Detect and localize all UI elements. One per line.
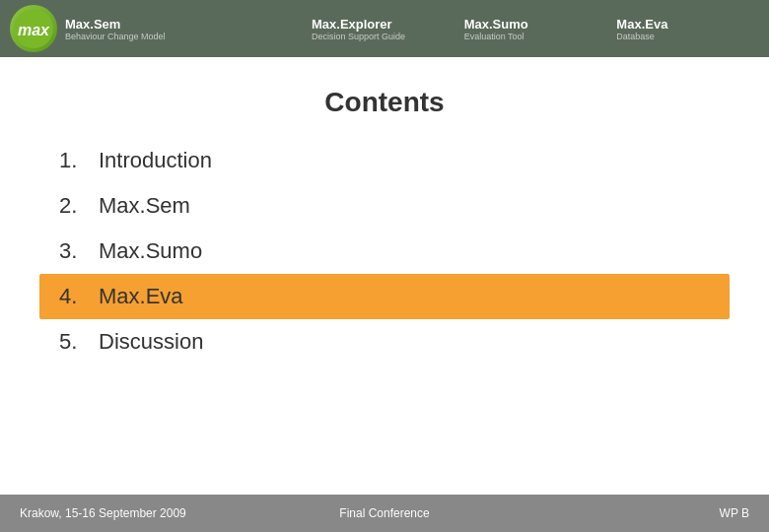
main-content: Contents 1. Introduction 2. Max.Sem 3. M…	[0, 57, 769, 384]
max-logo-icon: max	[12, 7, 55, 50]
footer-location: Krakow, 15-16 September 2009	[20, 506, 263, 520]
svg-text:max: max	[18, 22, 50, 38]
nav-item-eva[interactable]: Max.Eva Database	[606, 17, 759, 41]
toc-item-4[interactable]: 4. Max.Eva	[39, 274, 730, 319]
toc-item-2[interactable]: 2. Max.Sem	[39, 183, 730, 229]
toc-item-3[interactable]: 3. Max.Sumo	[39, 229, 730, 274]
toc-label-1: Introduction	[99, 148, 212, 173]
contents-title: Contents	[39, 87, 730, 118]
nav-title-explorer: Max.Explorer	[312, 17, 445, 32]
footer-event: Final Conference	[263, 506, 507, 520]
toc-list: 1. Introduction 2. Max.Sem 3. Max.Sumo 4…	[39, 138, 730, 365]
toc-number-2: 2.	[59, 193, 99, 219]
header: max Max.Sem Behaviour Change Model Max.E…	[0, 0, 769, 57]
nav-subtitle-eva: Database	[616, 32, 749, 41]
nav-title-sumo: Max.Sumo	[464, 17, 597, 32]
toc-number-1: 1.	[59, 148, 99, 173]
logo-nav-title: Max.Sem	[65, 17, 166, 32]
logo-circle: max	[10, 5, 57, 52]
toc-label-5: Discussion	[99, 329, 203, 355]
logo-nav-subtitle: Behaviour Change Model	[65, 32, 166, 41]
toc-number-4: 4.	[59, 284, 99, 309]
toc-item-5[interactable]: 5. Discussion	[39, 319, 730, 365]
nav-title-eva: Max.Eva	[616, 17, 749, 32]
nav-subtitle-explorer: Decision Support Guide	[312, 32, 445, 41]
nav-subtitle-sumo: Evaluation Tool	[464, 32, 597, 41]
toc-label-4: Max.Eva	[99, 284, 183, 309]
footer: Krakow, 15-16 September 2009 Final Confe…	[0, 495, 769, 532]
toc-item-1[interactable]: 1. Introduction	[39, 138, 730, 183]
logo-area: max Max.Sem Behaviour Change Model	[10, 5, 302, 52]
logo-text-area: Max.Sem Behaviour Change Model	[65, 17, 166, 41]
toc-number-3: 3.	[59, 238, 99, 264]
nav-item-sumo[interactable]: Max.Sumo Evaluation Tool	[454, 17, 607, 41]
toc-label-2: Max.Sem	[99, 193, 190, 219]
nav-item-explorer[interactable]: Max.Explorer Decision Support Guide	[302, 17, 454, 41]
toc-number-5: 5.	[59, 329, 99, 355]
footer-wp: WP B	[506, 506, 749, 520]
toc-label-3: Max.Sumo	[99, 238, 202, 264]
